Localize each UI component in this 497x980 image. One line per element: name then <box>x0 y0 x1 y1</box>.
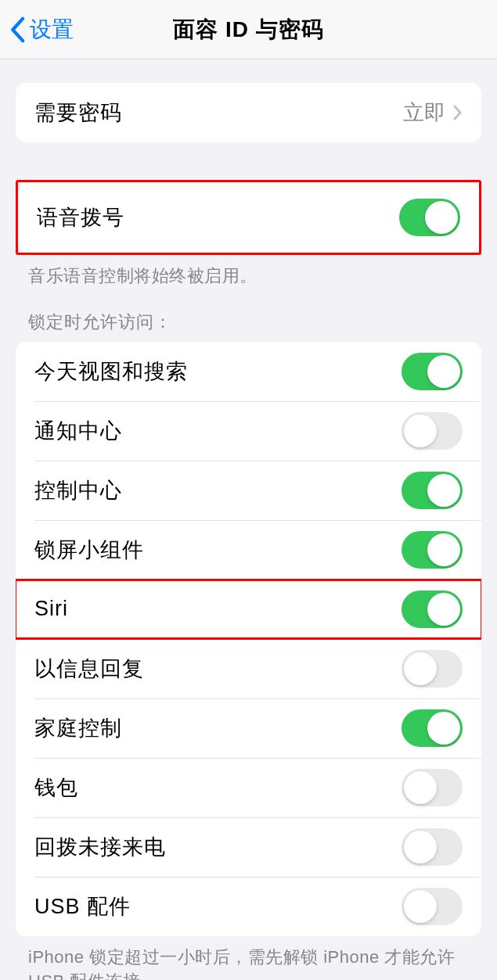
lock-item-label: 锁屏小组件 <box>34 536 144 564</box>
content: 需要密码 立即 语音拨号 音乐语音控制将始终被启用。 锁定时允许访问： 今天视图… <box>0 59 497 980</box>
toggle-knob <box>427 593 460 626</box>
lock-item-toggle[interactable] <box>402 353 463 390</box>
lock-item-toggle[interactable] <box>402 412 463 450</box>
lock-item-toggle[interactable] <box>402 709 463 747</box>
chevron-right-icon <box>453 105 463 120</box>
toggle-knob <box>427 712 460 745</box>
lock-item-toggle[interactable] <box>402 769 463 806</box>
lock-item-row[interactable]: 回拨未接来电 <box>16 817 481 877</box>
voice-dial-label: 语音拨号 <box>37 203 124 232</box>
toggle-knob <box>404 771 437 804</box>
toggle-knob <box>404 831 437 863</box>
lock-item-label: USB 配件 <box>34 892 131 921</box>
lock-item-toggle[interactable] <box>402 472 463 509</box>
lock-item-toggle[interactable] <box>402 888 463 925</box>
lock-item-row[interactable]: 今天视图和搜索 <box>16 342 481 401</box>
lock-item-label: 回拨未接来电 <box>34 833 166 861</box>
lock-item-label: 通知中心 <box>34 417 122 445</box>
page-title: 面容 ID 与密码 <box>173 15 324 45</box>
voice-dial-footer: 音乐语音控制将始终被启用。 <box>0 255 497 289</box>
lock-item-label: 控制中心 <box>34 476 122 504</box>
lock-item-toggle[interactable] <box>402 650 463 687</box>
lock-item-row[interactable]: Siri <box>16 580 481 639</box>
nav-bar: 设置 面容 ID 与密码 <box>0 0 497 59</box>
voice-dial-toggle[interactable] <box>399 199 460 236</box>
require-passcode-row[interactable]: 需要密码 立即 <box>16 83 481 142</box>
back-button[interactable]: 设置 <box>0 0 74 59</box>
toggle-knob <box>404 890 437 923</box>
toggle-knob <box>427 474 460 507</box>
toggle-knob <box>427 533 460 566</box>
require-passcode-label: 需要密码 <box>34 99 122 127</box>
lock-item-toggle[interactable] <box>402 531 463 569</box>
lock-item-label: Siri <box>34 597 68 621</box>
require-passcode-value: 立即 <box>403 99 445 127</box>
lock-item-row[interactable]: 家庭控制 <box>16 698 481 758</box>
lock-item-toggle[interactable] <box>402 828 463 866</box>
lock-item-row[interactable]: 钱包 <box>16 758 481 817</box>
row-right: 立即 <box>403 99 463 127</box>
lock-item-row[interactable]: 控制中心 <box>16 461 481 520</box>
lock-section-header: 锁定时允许访问： <box>0 289 497 342</box>
chevron-left-icon <box>9 16 25 43</box>
back-label: 设置 <box>30 15 74 45</box>
voice-dial-group: 语音拨号 <box>18 182 479 253</box>
voice-dial-highlight: 语音拨号 <box>16 180 481 255</box>
lock-access-group: 今天视图和搜索通知中心控制中心锁屏小组件Siri以信息回复家庭控制钱包回拨未接来… <box>16 342 481 936</box>
lock-item-toggle[interactable] <box>402 591 463 628</box>
lock-item-label: 以信息回复 <box>34 655 144 683</box>
toggle-knob <box>404 415 437 447</box>
require-passcode-group: 需要密码 立即 <box>16 83 481 142</box>
lock-item-label: 家庭控制 <box>34 714 122 742</box>
toggle-knob <box>427 355 460 388</box>
lock-item-row[interactable]: 以信息回复 <box>16 639 481 698</box>
toggle-knob <box>404 652 437 685</box>
lock-item-row[interactable]: USB 配件 <box>16 877 481 936</box>
lock-item-label: 钱包 <box>34 774 78 802</box>
lock-section-footer: iPhone 锁定超过一小时后，需先解锁 iPhone 才能允许USB 配件连接… <box>0 936 497 980</box>
voice-dial-row[interactable]: 语音拨号 <box>18 182 479 253</box>
toggle-knob <box>425 201 458 234</box>
lock-item-row[interactable]: 通知中心 <box>16 401 481 461</box>
lock-item-row[interactable]: 锁屏小组件 <box>16 520 481 580</box>
lock-item-label: 今天视图和搜索 <box>34 357 188 386</box>
